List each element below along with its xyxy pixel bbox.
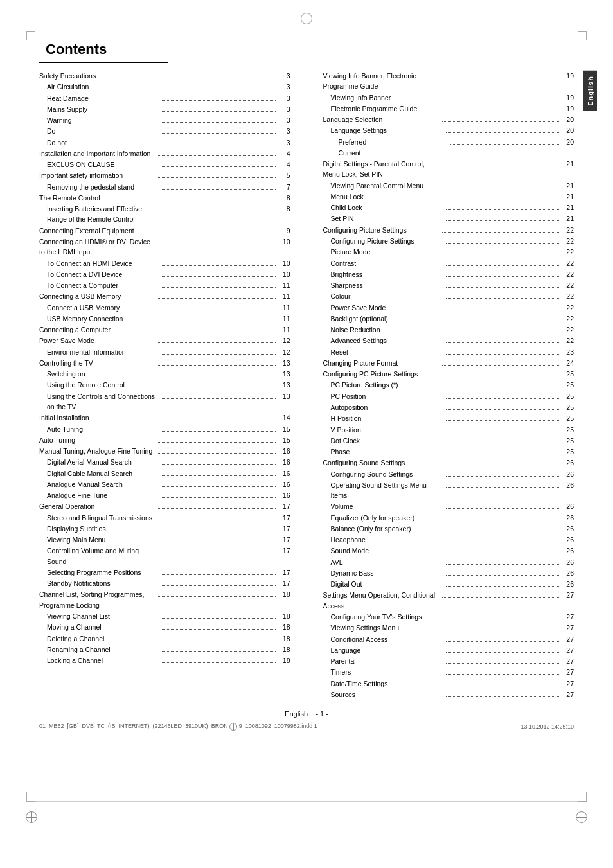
toc-entry-page: 9 [278,226,290,236]
toc-entry: Manual Tuning, Analogue Fine Tuning16 [39,446,290,456]
toc-entry: Operating Sound Settings Menu Items26 [323,480,574,501]
toc-entry-dots [158,332,275,332]
toc-entry-page: 22 [561,324,574,335]
toc-entry-dots [162,475,275,476]
toc-entry: Language27 [323,645,574,655]
toc-entry-page: 16 [278,457,290,467]
english-tab: English [583,71,597,111]
toc-entry-page: 11 [278,314,290,324]
toc-entry: Using the Controls and Connections on th… [39,391,290,412]
toc-entry: Picture Mode22 [323,247,574,257]
toc-entry-dots [442,232,559,233]
toc-entry-page: 26 [561,480,574,490]
toc-entry-page: 19 [561,71,574,81]
toc-entry-dots [446,652,559,653]
toc-entry-dots [162,89,275,89]
toc-entry: Dynamic Bass26 [323,568,574,578]
toc-entry-dots [158,200,275,200]
toc-entry-text: Brightness [323,269,444,279]
toc-entry-dots [446,443,559,443]
toc-entry-dots [158,78,275,78]
toc-entry-dots [446,454,559,454]
page: Contents Safety Precautions3Air Circulat… [0,0,613,868]
toc-entry-dots [162,651,275,652]
toc-entry: Digital Aerial Manual Search16 [39,457,290,467]
toc-entry-page: 18 [278,589,290,599]
toc-entry-text: Reset [323,347,444,357]
toc-entry-page: 4 [278,148,290,159]
bottom-marks [0,808,613,826]
toc-entry-page: 11 [278,291,290,301]
toc-entry: Analogue Fine Tune16 [39,490,290,500]
toc-layout: Safety Precautions3Air Circulation3Heat … [39,71,574,700]
toc-entry-dots [162,398,275,399]
toc-entry-text: Sharpness [323,280,444,290]
toc-entry-page: 27 [561,678,574,689]
toc-entry-text: Dot Clock [323,436,444,446]
corner-mark-br [578,792,587,802]
toc-entry: Digital Out26 [323,579,574,589]
toc-entry-text: Dynamic Bass [323,568,444,578]
toc-entry-dots [162,310,275,310]
toc-entry-text: Power Save Mode [39,335,156,346]
toc-entry-dots [446,564,559,565]
toc-entry-dots [446,641,559,642]
toc-entry-dots [162,431,275,432]
toc-entry-page: 25 [561,447,574,457]
toc-entry-page: 22 [561,258,574,269]
toc-entry-text: General Operation [39,501,156,511]
toc-entry: Selecting Programme Positions17 [39,567,290,578]
toc-entry-dots [446,542,559,542]
toc-entry-page: 3 [278,82,290,92]
toc-entry-page: 18 [278,633,290,644]
toc-entry-page: 27 [561,612,574,622]
toc-entry-dots [158,365,275,366]
toc-entry-page: 22 [561,291,574,301]
toc-entry-dots [446,586,559,587]
toc-entry-dots [442,78,559,78]
toc-entry-dots [446,674,559,675]
reg-circle-inline [229,723,237,731]
toc-entry-page: 27 [561,656,574,666]
toc-entry-text: Initial Installation [39,412,156,423]
toc-entry: Contrast22 [323,258,574,269]
toc-entry-page: 26 [561,501,574,511]
toc-entry-page: 27 [561,623,574,633]
toc-entry-page: 20 [561,137,574,147]
toc-entry: Equalizer (Only for speaker)26 [323,513,574,523]
toc-entry-page: 8 [278,193,290,203]
toc-entry: EXCLUSION CLAUSE4 [39,159,290,170]
toc-entry-dots [162,122,275,123]
toc-entry-page: 10 [278,258,290,269]
toc-entry-dots [162,211,275,211]
toc-entry-dots [162,111,275,112]
toc-entry-page: 26 [561,457,574,468]
toc-entry: Electronic Programme Guide19 [323,103,574,114]
toc-entry-dots [446,100,559,100]
toc-entry: Controlling the TV13 [39,358,290,368]
toc-entry-text: Changing Picture Format [323,358,440,368]
toc-entry-text: Installation and Important Information [39,148,156,159]
toc-entry-dots [446,520,559,520]
registration-mark-top [0,13,613,24]
toc-entry: Viewing Main Menu17 [39,535,290,545]
toc-entry-text: Autoposition [323,402,444,412]
toc-entry-text: Viewing Parental Control Menu [323,181,444,191]
toc-entry-dots [446,553,559,553]
toc-entry-page: 16 [278,479,290,490]
toc-entry-page: 11 [278,280,290,290]
toc-entry-page: 26 [561,545,574,556]
toc-entry-page: 21 [561,181,574,191]
toc-entry-text: Language Selection [323,114,440,125]
toc-entry: Moving a Channel18 [39,622,290,632]
toc-entry: V Position25 [323,425,574,435]
toc-entry-page: 18 [278,644,290,655]
toc-entry-dots [446,409,559,410]
toc-entry-page: 25 [561,425,574,435]
toc-entry: Changing Picture Format24 [323,358,574,368]
toc-entry-dots [162,376,275,376]
toc-entry: Removing the pedestal stand7 [39,182,290,192]
toc-entry-text: Preferred [323,137,448,147]
toc-entry-dots [446,265,559,266]
toc-entry-text: Connecting a USB Memory [39,291,156,301]
